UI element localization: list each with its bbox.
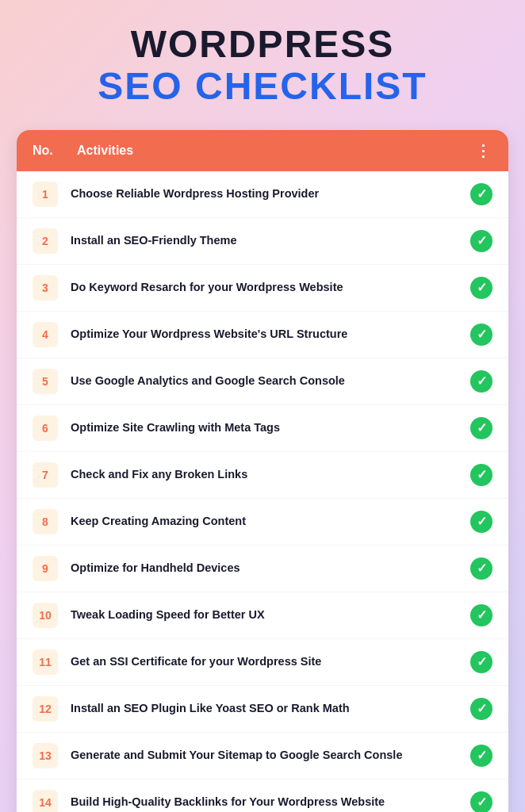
- header-no: No.: [33, 144, 64, 158]
- table-row: 4Optimize Your Wordpress Website's URL S…: [17, 312, 508, 358]
- row-number: 11: [33, 649, 58, 675]
- row-text: Optimize for Handheld Devices: [71, 561, 458, 576]
- check-icon[interactable]: [470, 791, 492, 812]
- row-number: 1: [33, 182, 58, 207]
- row-text: Check and Fix any Broken Links: [71, 467, 458, 482]
- row-number: 2: [33, 228, 58, 254]
- check-icon[interactable]: [470, 698, 492, 720]
- row-text: Do Keyword Resarch for your Wordpress We…: [71, 280, 458, 295]
- row-text: Use Google Analytics and Google Search C…: [71, 373, 458, 389]
- row-text: Build High-Quality Backlinks for Your Wo…: [71, 795, 458, 810]
- table-row: 12Install an SEO Plugin Like Yoast SEO o…: [17, 686, 508, 733]
- row-number: 14: [33, 790, 58, 812]
- row-text: Optimize Your Wordpress Website's URL St…: [71, 327, 458, 342]
- row-number: 4: [33, 322, 58, 347]
- table-row: 11Get an SSI Certificate for your Wordpr…: [17, 639, 508, 686]
- row-number: 7: [33, 462, 58, 488]
- title-section: WORDPRESS SEO CHECKLIST: [17, 24, 508, 108]
- table-row: 2Install an SEO-Friendly Theme: [17, 218, 508, 265]
- table-row: 5Use Google Analytics and Google Search …: [17, 358, 508, 405]
- row-number: 3: [33, 275, 58, 301]
- check-icon[interactable]: [470, 324, 492, 346]
- row-number: 5: [33, 369, 58, 394]
- check-icon[interactable]: [470, 277, 492, 299]
- row-text: Tweak Loading Speed for Better UX: [71, 607, 458, 622]
- row-number: 13: [33, 743, 58, 768]
- checklist-header: No. Activities ⋮: [17, 130, 508, 171]
- check-icon[interactable]: [470, 183, 492, 205]
- check-icon[interactable]: [470, 604, 492, 626]
- table-row: 1Choose Reliable Wordpress Hosting Provi…: [17, 171, 508, 218]
- table-row: 8Keep Creating Amazing Content: [17, 499, 508, 546]
- table-row: 13Generate and Submit Your Sitemap to Go…: [17, 733, 508, 779]
- row-number: 10: [33, 603, 58, 628]
- check-icon[interactable]: [470, 230, 492, 252]
- checklist-rows: 1Choose Reliable Wordpress Hosting Provi…: [17, 171, 508, 812]
- row-number: 8: [33, 509, 58, 534]
- header-activities: Activities: [77, 144, 462, 158]
- table-row: 10Tweak Loading Speed for Better UX: [17, 592, 508, 639]
- table-row: 9Optimize for Handheld Devices: [17, 546, 508, 592]
- check-icon[interactable]: [470, 651, 492, 673]
- title-line2: SEO CHECKLIST: [17, 66, 508, 108]
- row-text: Install an SEO Plugin Like Yoast SEO or …: [71, 701, 458, 716]
- check-icon[interactable]: [470, 417, 492, 439]
- main-container: WORDPRESS SEO CHECKLIST No. Activities ⋮…: [17, 24, 508, 812]
- check-icon[interactable]: [470, 511, 492, 533]
- table-row: 7Check and Fix any Broken Links: [17, 452, 508, 499]
- header-menu-icon[interactable]: ⋮: [475, 141, 492, 160]
- table-row: 3Do Keyword Resarch for your Wordpress W…: [17, 265, 508, 312]
- row-text: Optimize Site Crawling with Meta Tags: [71, 420, 458, 435]
- row-text: Keep Creating Amazing Content: [71, 514, 458, 529]
- row-text: Choose Reliable Wordpress Hosting Provid…: [71, 186, 458, 201]
- row-number: 9: [33, 556, 58, 581]
- row-text: Get an SSI Certificate for your Wordpres…: [71, 654, 458, 669]
- row-text: Install an SEO-Friendly Theme: [71, 233, 458, 248]
- check-icon[interactable]: [470, 370, 492, 393]
- table-row: 6Optimize Site Crawling with Meta Tags: [17, 405, 508, 452]
- row-number: 6: [33, 416, 58, 441]
- check-icon[interactable]: [470, 745, 492, 767]
- checklist-card: No. Activities ⋮ 1Choose Reliable Wordpr…: [17, 130, 508, 812]
- table-row: 14Build High-Quality Backlinks for Your …: [17, 779, 508, 812]
- check-icon[interactable]: [470, 557, 492, 580]
- row-number: 12: [33, 696, 58, 722]
- row-text: Generate and Submit Your Sitemap to Goog…: [71, 748, 458, 763]
- check-icon[interactable]: [470, 464, 492, 486]
- title-line1: WORDPRESS: [17, 24, 508, 66]
